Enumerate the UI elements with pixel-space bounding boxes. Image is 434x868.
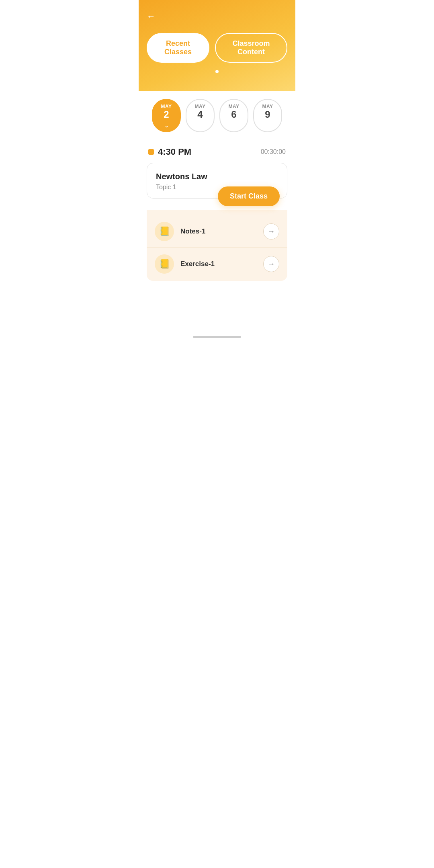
date-pill-may9[interactable]: MAY 9 [253,99,282,132]
date-day-2: 6 [227,109,241,120]
tab-classroom-content[interactable]: Classroom Content [215,33,287,63]
class-card: Newtons Law Topic 1 Start Class [147,163,287,199]
resource-exercise[interactable]: 📒 Exercise-1 → [147,248,287,281]
date-month-0: MAY [159,104,174,109]
time-indicator-dot [148,149,154,155]
date-selector: MAY 2 ⌄ MAY 4 MAY 6 MAY 9 [147,99,287,132]
notes-icon-wrap: 📒 [155,222,174,241]
exercise-icon-wrap: 📒 [155,254,174,274]
date-pill-may4[interactable]: MAY 4 [186,99,215,132]
tab-recent-classes[interactable]: Recent Classes [147,33,209,63]
notes-label: Notes-1 [180,227,263,235]
class-title: Newtons Law [156,172,278,181]
header-section: ← Recent Classes Classroom Content [139,0,295,91]
exercise-label: Exercise-1 [180,260,263,268]
time-left: 4:30 PM [148,147,191,157]
back-arrow-icon: ← [147,11,156,22]
resource-notes[interactable]: 📒 Notes-1 → [147,215,287,248]
notes-book-icon: 📒 [159,226,170,237]
resources-section: 📒 Notes-1 → 📒 Exercise-1 → [147,210,287,281]
tab-row: Recent Classes Classroom Content [147,33,287,63]
class-duration: 00:30:00 [261,148,286,156]
back-button[interactable]: ← [147,8,156,25]
chevron-down-icon: ⌄ [159,121,174,129]
start-class-button[interactable]: Start Class [218,186,280,206]
date-pill-may6[interactable]: MAY 6 [219,99,248,132]
date-day-1: 4 [193,109,207,120]
notes-arrow-button[interactable]: → [263,223,279,240]
exercise-arrow-button[interactable]: → [263,256,279,272]
main-content: MAY 2 ⌄ MAY 4 MAY 6 MAY 9 4:30 PM 00:30:… [139,87,295,328]
time-row: 4:30 PM 00:30:00 [147,147,287,157]
tab-active-dot [215,70,219,73]
arrow-right-icon-2: → [268,260,275,268]
date-month-2: MAY [227,104,241,109]
home-indicator [193,336,241,338]
date-month-1: MAY [193,104,207,109]
date-pill-may2[interactable]: MAY 2 ⌄ [152,99,181,132]
tab-indicator [147,70,287,75]
class-time: 4:30 PM [158,147,191,157]
date-month-3: MAY [260,104,275,109]
date-day-3: 9 [260,109,275,120]
exercise-book-icon: 📒 [159,259,170,269]
date-day-0: 2 [159,109,174,120]
arrow-right-icon: → [268,227,275,236]
